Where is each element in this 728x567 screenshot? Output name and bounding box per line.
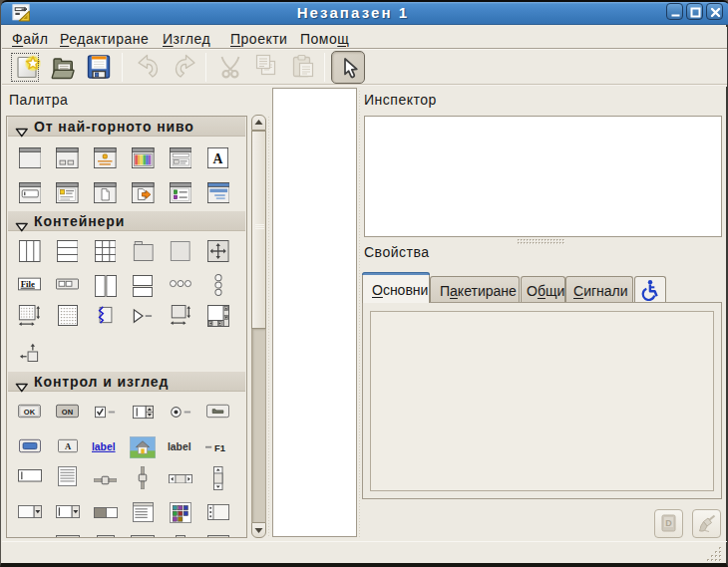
svg-text:A: A <box>65 441 72 451</box>
svg-text:F1: F1 <box>214 442 225 453</box>
svg-text:label: label <box>92 441 116 452</box>
svg-text:label: label <box>168 441 191 452</box>
svg-text:OK: OK <box>24 408 36 417</box>
svg-text:A: A <box>213 149 224 166</box>
svg-text:File: File <box>21 278 35 288</box>
svg-text:D: D <box>665 518 672 528</box>
svg-text:ON: ON <box>62 408 73 417</box>
